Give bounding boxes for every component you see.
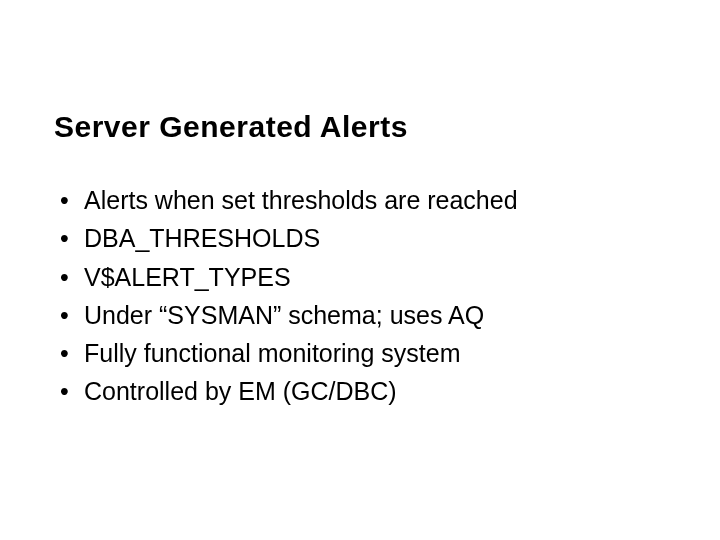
- list-item: • Fully functional monitoring system: [54, 335, 666, 371]
- list-item: • Controlled by EM (GC/DBC): [54, 373, 666, 409]
- bullet-list: • Alerts when set thresholds are reached…: [54, 182, 666, 410]
- list-item: • DBA_THRESHOLDS: [54, 220, 666, 256]
- list-item: • V$ALERT_TYPES: [54, 259, 666, 295]
- bullet-icon: •: [54, 373, 84, 409]
- bullet-text: V$ALERT_TYPES: [84, 259, 666, 295]
- slide: Server Generated Alerts • Alerts when se…: [0, 0, 720, 540]
- bullet-text: Fully functional monitoring system: [84, 335, 666, 371]
- bullet-icon: •: [54, 182, 84, 218]
- bullet-icon: •: [54, 297, 84, 333]
- bullet-text: DBA_THRESHOLDS: [84, 220, 666, 256]
- list-item: • Under “SYSMAN” schema; uses AQ: [54, 297, 666, 333]
- bullet-text: Under “SYSMAN” schema; uses AQ: [84, 297, 666, 333]
- slide-title: Server Generated Alerts: [54, 110, 666, 144]
- bullet-text: Alerts when set thresholds are reached: [84, 182, 666, 218]
- bullet-icon: •: [54, 259, 84, 295]
- bullet-icon: •: [54, 220, 84, 256]
- bullet-icon: •: [54, 335, 84, 371]
- bullet-text: Controlled by EM (GC/DBC): [84, 373, 666, 409]
- list-item: • Alerts when set thresholds are reached: [54, 182, 666, 218]
